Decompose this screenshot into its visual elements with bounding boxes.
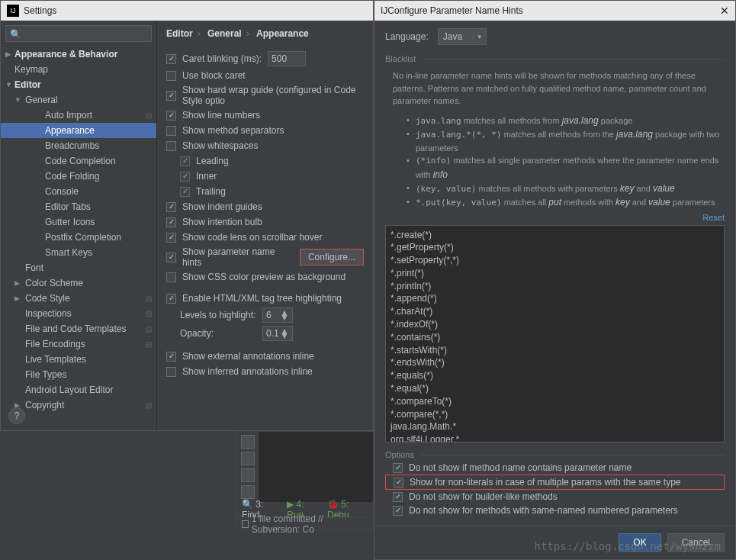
lbl-inner: Inner bbox=[196, 171, 217, 182]
tree-gutter-icons[interactable]: Gutter Icons bbox=[1, 214, 156, 230]
tree-editor[interactable]: ▼Editor bbox=[1, 77, 156, 92]
blacklist-description: No in-line parameter name hints will be … bbox=[393, 69, 725, 108]
chk-opt-3[interactable] bbox=[393, 506, 403, 516]
chk-method-sep[interactable] bbox=[166, 126, 176, 136]
chk-opt-0[interactable] bbox=[393, 463, 403, 473]
pattern-examples: java.lang matches all methods from java.… bbox=[407, 114, 725, 210]
configure-button[interactable]: Configure... bbox=[300, 249, 364, 266]
lbl-block-caret: Use block caret bbox=[182, 70, 246, 81]
tree-keymap[interactable]: Keymap bbox=[1, 62, 156, 77]
chk-intention-bulb[interactable] bbox=[166, 217, 176, 227]
lbl-external-ann: Show external annotations inline bbox=[182, 351, 314, 362]
tree-inspections[interactable]: Inspections⊟ bbox=[1, 306, 156, 321]
dialog-footer: OK Cancel bbox=[374, 525, 735, 559]
search-icon: 🔍 bbox=[10, 29, 21, 40]
tool-icon[interactable] bbox=[241, 485, 255, 499]
breadcrumb: Editor› General› Appearance bbox=[166, 28, 364, 39]
tree-breadcrumbs[interactable]: Breadcrumbs bbox=[1, 138, 156, 153]
opacity-spinner[interactable]: 0.1▲▼ bbox=[262, 326, 293, 341]
tool-icon[interactable] bbox=[241, 452, 255, 465]
tree-live-templates[interactable]: Live Templates bbox=[1, 352, 156, 367]
lbl-html-xml: Enable HTML/XML tag tree highlighting bbox=[182, 293, 342, 304]
lbl-opt-2: Do not show for builder-like methods bbox=[409, 491, 558, 502]
tree-editor-tabs[interactable]: Editor Tabs bbox=[1, 199, 156, 214]
tree-appearance-behavior[interactable]: ▶Appearance & Behavior bbox=[1, 47, 156, 62]
tree-android-layout[interactable]: Android Layout Editor bbox=[1, 382, 156, 397]
chk-external-ann[interactable] bbox=[166, 352, 176, 362]
tree-general[interactable]: ▼General bbox=[1, 92, 156, 108]
lbl-indent-guides: Show indent guides bbox=[182, 201, 262, 212]
commit-checkbox[interactable] bbox=[242, 520, 249, 528]
close-icon[interactable]: ✕ bbox=[720, 5, 729, 17]
chk-trailing[interactable] bbox=[180, 187, 190, 197]
chk-line-numbers[interactable] bbox=[166, 111, 176, 121]
lbl-opt-1: Show for non-literals in case of multipl… bbox=[410, 477, 681, 488]
chk-opt-1[interactable] bbox=[394, 478, 403, 488]
lbl-css-preview: Show CSS color preview as background bbox=[182, 272, 346, 282]
chk-hard-wrap[interactable] bbox=[166, 91, 176, 101]
chk-whitespaces[interactable] bbox=[166, 141, 176, 151]
tree-font[interactable]: Font bbox=[1, 260, 156, 275]
cancel-button[interactable]: Cancel bbox=[667, 533, 725, 552]
configure-hints-dialog: IJ Configure Parameter Name Hints ✕ Lang… bbox=[374, 0, 736, 560]
settings-content: Editor› General› Appearance Caret blinki… bbox=[157, 21, 373, 430]
lbl-trailing: Trailing bbox=[196, 186, 226, 197]
tree-auto-import[interactable]: Auto Import⊟ bbox=[1, 108, 156, 123]
tree-color-scheme[interactable]: ▶Color Scheme bbox=[1, 275, 156, 291]
chk-inferred-ann[interactable] bbox=[166, 367, 176, 377]
tree-file-encodings[interactable]: File Encodings⊟ bbox=[1, 336, 156, 352]
chk-inner[interactable] bbox=[180, 172, 190, 182]
tree-code-completion[interactable]: Code Completion bbox=[1, 153, 156, 169]
chk-code-lens[interactable] bbox=[166, 233, 176, 243]
lbl-inferred-ann: Show inferred annotations inline bbox=[182, 366, 313, 377]
chk-block-caret[interactable] bbox=[166, 71, 176, 81]
app-icon: IJ bbox=[7, 5, 19, 17]
tree-code-style[interactable]: ▶Code Style⊟ bbox=[1, 291, 156, 306]
tree-postfix-completion[interactable]: Postfix Completion bbox=[1, 230, 156, 245]
tree-file-code-templates[interactable]: File and Code Templates⊟ bbox=[1, 321, 156, 336]
help-button[interactable]: ? bbox=[8, 407, 25, 424]
tree-console[interactable]: Console bbox=[1, 184, 156, 199]
tool-strip bbox=[237, 432, 259, 503]
lbl-opt-0: Do not show if method name contains para… bbox=[409, 462, 632, 473]
lbl-levels: Levels to highlight: bbox=[180, 310, 256, 320]
chk-indent-guides[interactable] bbox=[166, 202, 176, 212]
chk-css-preview[interactable] bbox=[166, 272, 176, 282]
editor-background: 🔍 3: Find ▶ 4: Run 🐞 5: Debu 1 file comm… bbox=[236, 431, 374, 530]
lbl-intention-bulb: Show intention bulb bbox=[182, 217, 262, 227]
tool-icon[interactable] bbox=[241, 468, 255, 482]
chk-leading[interactable] bbox=[180, 156, 190, 166]
lbl-leading: Leading bbox=[196, 156, 229, 166]
app-icon: IJ bbox=[381, 5, 387, 16]
commit-text: 1 file committed // Subversion: Co bbox=[252, 513, 368, 535]
settings-sidebar: 🔍 ▶Appearance & Behavior Keymap ▼Editor … bbox=[1, 21, 157, 430]
tree-code-folding[interactable]: Code Folding bbox=[1, 169, 156, 184]
chk-html-xml[interactable] bbox=[166, 294, 176, 304]
tree-copyright[interactable]: ▶Copyright⊟ bbox=[1, 397, 156, 413]
tree-appearance[interactable]: Appearance bbox=[1, 123, 156, 138]
dialog-title: Configure Parameter Name Hints bbox=[387, 5, 522, 16]
chk-caret-blinking[interactable] bbox=[166, 54, 176, 64]
window-title: Settings bbox=[24, 5, 56, 16]
options-label: Options bbox=[385, 450, 725, 459]
lbl-opacity: Opacity: bbox=[180, 328, 256, 339]
lbl-caret-blinking: Caret blinking (ms): bbox=[182, 53, 262, 64]
search-input[interactable] bbox=[5, 25, 152, 42]
commit-bar: 1 file committed // Subversion: Co bbox=[237, 517, 373, 529]
ok-button[interactable]: OK bbox=[619, 533, 660, 552]
settings-tree[interactable]: ▶Appearance & Behavior Keymap ▼Editor ▼G… bbox=[1, 47, 156, 430]
chk-param-hints[interactable] bbox=[166, 253, 176, 262]
chk-opt-2[interactable] bbox=[393, 492, 403, 502]
levels-spinner[interactable]: 6▲▼ bbox=[262, 307, 293, 323]
tree-file-types[interactable]: File Types bbox=[1, 367, 156, 382]
titlebar: IJ Settings bbox=[1, 1, 373, 21]
language-dropdown[interactable]: Java▼ bbox=[438, 28, 487, 45]
tool-icon[interactable] bbox=[241, 435, 255, 449]
caret-blinking-input[interactable] bbox=[268, 51, 306, 66]
language-label: Language: bbox=[385, 31, 429, 42]
blacklist-textarea[interactable]: *.create(*)*.getProperty(*)*.setProperty… bbox=[385, 225, 725, 443]
reset-link[interactable]: Reset bbox=[385, 213, 725, 222]
lbl-param-hints: Show parameter name hints bbox=[182, 246, 292, 268]
tree-smart-keys[interactable]: Smart Keys bbox=[1, 245, 156, 260]
blacklist-label: Blacklist bbox=[385, 54, 725, 63]
